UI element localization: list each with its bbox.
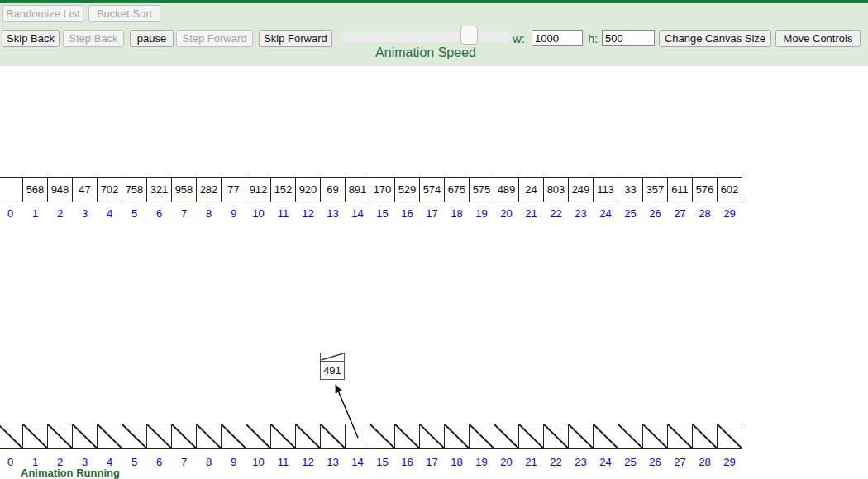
canvas-width-label: w: <box>513 31 525 45</box>
bucket-index-label: 23 <box>568 456 594 468</box>
bucket-cell <box>97 424 122 449</box>
array-cell: 24 <box>518 177 544 202</box>
bucket-index-label: 0 <box>0 456 23 468</box>
bucket-index-label: 28 <box>692 456 718 468</box>
change-canvas-size-button[interactable]: Change Canvas Size <box>659 30 771 47</box>
array-index-label: 29 <box>717 207 742 220</box>
skip-back-button[interactable]: Skip Back <box>2 30 60 47</box>
array-index-label: 15 <box>370 207 395 220</box>
array-index-label: 14 <box>345 207 370 220</box>
array-index-label: 5 <box>122 207 147 220</box>
array-index-label: 3 <box>72 207 98 220</box>
bucket-cell <box>444 424 470 449</box>
bucket-sort-button[interactable]: Bucket Sort <box>88 5 160 22</box>
linked-list-node: 491 <box>320 353 345 380</box>
array-cell: 47 <box>72 177 98 202</box>
canvas-height-label: h: <box>588 31 599 45</box>
skip-forward-button[interactable]: Skip Forward <box>259 30 332 47</box>
bucket-cell <box>370 424 395 449</box>
bucket-index-label: 29 <box>717 456 742 468</box>
array-cell: 576 <box>692 177 718 202</box>
array-cell: 489 <box>494 177 519 202</box>
bucket-index-label: 6 <box>146 456 172 468</box>
bucket-cell <box>419 424 445 449</box>
bucket-index-label: 14 <box>345 456 370 468</box>
array-cell: 948 <box>47 177 73 202</box>
bucket-cell <box>494 424 519 449</box>
bucket-cell <box>270 424 296 449</box>
bucket-index-label: 25 <box>618 456 643 468</box>
array-cell: 152 <box>270 177 296 202</box>
bucket-index-label: 17 <box>419 456 445 468</box>
bucket-cell <box>221 424 246 449</box>
canvas-height-input[interactable] <box>602 30 655 46</box>
array-index-label: 11 <box>270 207 296 220</box>
array-index-label: 28 <box>692 207 718 220</box>
array-index-label: 0 <box>0 207 23 220</box>
bucket-index-label: 26 <box>642 456 668 468</box>
node-null-next-pointer <box>321 353 344 362</box>
bucket-index-label: 20 <box>494 456 519 468</box>
bucket-cell <box>146 424 172 449</box>
array-index-label: 26 <box>642 207 668 220</box>
animation-speed-slider-thumb[interactable] <box>460 26 478 45</box>
animation-speed-slider-track[interactable] <box>339 31 513 43</box>
bucket-index-label: 12 <box>295 456 321 468</box>
toolbar: Randomize List Bucket Sort Skip Back Ste… <box>0 0 868 66</box>
animation-speed-label: Animation Speed <box>341 45 510 60</box>
bucket-index-label: 15 <box>370 456 395 468</box>
node-value: 491 <box>321 362 344 380</box>
array-cell: 282 <box>196 177 222 202</box>
bucket-cell <box>642 424 668 449</box>
array-cell: 575 <box>469 177 494 202</box>
canvas-width-input[interactable] <box>532 30 583 46</box>
bucket-cell <box>717 424 742 449</box>
bucket-index-label: 5 <box>122 456 147 468</box>
bucket-cell <box>469 424 494 449</box>
array-index-label: 22 <box>543 207 569 220</box>
array-index-label: 13 <box>320 207 346 220</box>
bucket-cell <box>518 424 544 449</box>
bucket-cell <box>171 424 197 449</box>
array-cell: 69 <box>320 177 346 202</box>
bucket-index-label: 9 <box>221 456 246 468</box>
bucket-index-label: 24 <box>593 456 618 468</box>
step-forward-button[interactable]: Step Forward <box>176 30 253 47</box>
bucket-index-label: 19 <box>469 456 494 468</box>
bucket-cell <box>196 424 222 449</box>
bucket-cell <box>246 424 271 449</box>
bucket-cell <box>0 424 23 449</box>
array-index-label: 20 <box>494 207 519 220</box>
bucket-cell <box>22 424 48 449</box>
array-cell: 611 <box>667 177 693 202</box>
array-cell: 529 <box>394 177 420 202</box>
array-cell: 702 <box>97 177 122 202</box>
bucket-cell <box>692 424 718 449</box>
bucket-index-label: 7 <box>171 456 197 468</box>
array-index-label: 9 <box>221 207 246 220</box>
array-index-label: 23 <box>568 207 594 220</box>
array-index-label: 4 <box>97 207 122 220</box>
array-cell: 249 <box>568 177 594 202</box>
array-index-label: 27 <box>667 207 693 220</box>
bucket-index-label: 16 <box>394 456 420 468</box>
bucket-index-label: 10 <box>246 456 271 468</box>
bucket-cell <box>568 424 594 449</box>
randomize-list-button[interactable]: Randomize List <box>2 5 83 22</box>
bucket-cell <box>72 424 98 449</box>
move-controls-button[interactable]: Move Controls <box>775 30 861 47</box>
array-cell: 891 <box>345 177 370 202</box>
status-text: Animation Running <box>21 467 120 479</box>
top-strip <box>0 0 868 3</box>
bucket-index-label: 27 <box>667 456 693 468</box>
array-index-label: 7 <box>171 207 197 220</box>
array-index-label: 19 <box>469 207 494 220</box>
array-cell: 912 <box>246 177 271 202</box>
array-index-label: 21 <box>518 207 544 220</box>
pause-button[interactable]: pause <box>130 30 174 47</box>
array-index-label: 17 <box>419 207 445 220</box>
array-cell: 568 <box>22 177 48 202</box>
array-cell <box>0 177 23 202</box>
step-back-button[interactable]: Step Back <box>63 30 124 47</box>
bucket-cell <box>345 424 370 449</box>
